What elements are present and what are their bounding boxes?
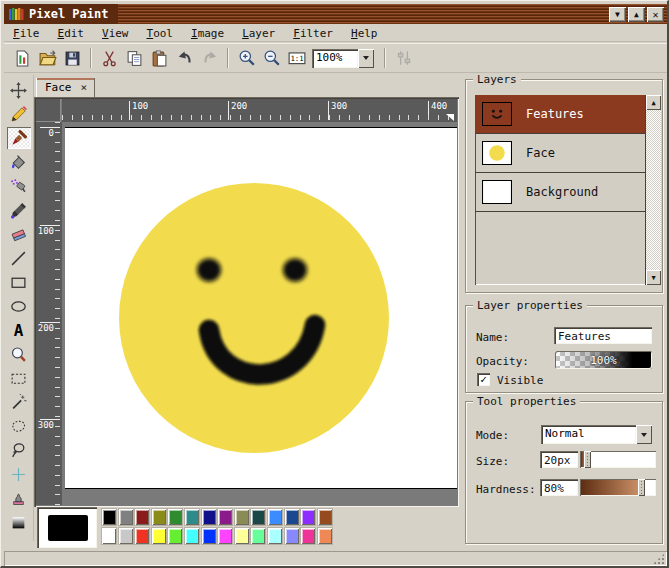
line-tool[interactable] xyxy=(7,247,31,269)
canvas-page[interactable] xyxy=(65,127,457,489)
menu-tool[interactable]: Tool xyxy=(147,27,174,40)
rect-select-tool[interactable] xyxy=(7,367,31,389)
mode-dropdown-button[interactable] xyxy=(636,425,652,444)
hardness-slider-thumb[interactable] xyxy=(638,479,645,496)
actual-size-button[interactable]: 1:1 xyxy=(284,46,309,70)
size-input[interactable] xyxy=(540,451,578,468)
menu-filter[interactable]: Filter xyxy=(293,27,333,40)
eyedropper-tool[interactable] xyxy=(7,199,31,221)
color-swatch[interactable] xyxy=(217,527,233,545)
menu-help[interactable]: Help xyxy=(351,27,378,40)
ellipse-tool[interactable] xyxy=(7,295,31,317)
minimize-button[interactable]: ▼ xyxy=(609,7,626,22)
color-swatch[interactable] xyxy=(250,527,266,545)
airbrush-tool[interactable] xyxy=(7,175,31,197)
color-swatch[interactable] xyxy=(184,527,200,545)
gradient-tool[interactable] xyxy=(7,511,31,533)
menu-edit[interactable]: Edit xyxy=(58,27,85,40)
color-swatch[interactable] xyxy=(234,508,250,526)
mode-combobox[interactable]: Normal xyxy=(541,425,652,444)
menu-view[interactable]: View xyxy=(102,27,129,40)
opacity-slider[interactable]: 100% xyxy=(555,351,652,369)
position-tool[interactable] xyxy=(7,463,31,485)
hardness-slider[interactable] xyxy=(580,479,656,496)
color-swatch[interactable] xyxy=(201,508,217,526)
size-slider-thumb[interactable] xyxy=(584,451,591,468)
title-bar[interactable]: Pixel Paint ▼ ▲ ✕ xyxy=(4,4,667,24)
color-swatch[interactable] xyxy=(184,508,200,526)
tab-close-icon[interactable]: × xyxy=(81,81,88,94)
scroll-up-button[interactable]: ▲ xyxy=(646,95,661,110)
zoom-tool[interactable] xyxy=(7,343,31,365)
menu-layer[interactable]: Layer xyxy=(242,27,275,40)
zoom-value[interactable]: 100% xyxy=(312,49,358,68)
magic-wand-tool[interactable] xyxy=(7,391,31,413)
color-swatch[interactable] xyxy=(167,508,183,526)
current-color-well[interactable] xyxy=(37,507,97,548)
zoom-dropdown-button[interactable] xyxy=(358,49,374,68)
clone-stamp-tool[interactable] xyxy=(7,487,31,509)
tab-face[interactable]: Face × xyxy=(36,78,95,97)
color-swatch[interactable] xyxy=(118,508,134,526)
color-swatch[interactable] xyxy=(151,508,167,526)
color-swatch[interactable] xyxy=(300,527,316,545)
color-swatch[interactable] xyxy=(101,508,117,526)
preferences-button[interactable] xyxy=(391,46,416,70)
layer-name-input[interactable] xyxy=(554,327,652,344)
close-button[interactable]: ✕ xyxy=(647,7,664,22)
color-swatch[interactable] xyxy=(118,527,134,545)
redo-button[interactable] xyxy=(197,46,222,70)
color-swatch[interactable] xyxy=(250,508,266,526)
maximize-button[interactable]: ▲ xyxy=(628,7,645,22)
brush-tool[interactable] xyxy=(7,127,31,149)
hardness-slider-fill xyxy=(581,480,640,495)
visible-checkbox[interactable]: ✓ xyxy=(477,373,490,386)
size-slider[interactable] xyxy=(580,451,656,468)
text-tool[interactable]: A xyxy=(7,319,31,341)
menu-file[interactable]: File xyxy=(13,27,40,40)
rectangle-tool[interactable] xyxy=(7,271,31,293)
move-tool[interactable] xyxy=(7,79,31,101)
hardness-input[interactable] xyxy=(540,479,578,496)
layer-row-background[interactable]: Background xyxy=(475,173,645,212)
fill-tool[interactable] xyxy=(7,151,31,173)
paste-button[interactable] xyxy=(147,46,172,70)
color-swatch[interactable] xyxy=(151,527,167,545)
resize-grip[interactable] xyxy=(653,553,665,564)
eraser-tool[interactable] xyxy=(7,223,31,245)
color-swatch[interactable] xyxy=(167,527,183,545)
free-select-tool[interactable] xyxy=(7,415,31,437)
color-swatch[interactable] xyxy=(284,527,300,545)
color-swatch[interactable] xyxy=(134,508,150,526)
zoom-out-button[interactable] xyxy=(259,46,284,70)
copy-button[interactable] xyxy=(122,46,147,70)
scroll-track[interactable] xyxy=(646,110,661,270)
color-swatch[interactable] xyxy=(134,527,150,545)
color-swatch[interactable] xyxy=(217,508,233,526)
color-swatch[interactable] xyxy=(101,527,117,545)
new-button[interactable] xyxy=(10,46,35,70)
layer-row-features[interactable]: Features xyxy=(475,95,645,134)
color-swatch[interactable] xyxy=(317,527,333,545)
color-swatch[interactable] xyxy=(284,508,300,526)
color-swatch[interactable] xyxy=(300,508,316,526)
color-swatch[interactable] xyxy=(317,508,333,526)
save-button[interactable] xyxy=(60,46,85,70)
zoom-combobox[interactable]: 100% xyxy=(312,49,374,68)
color-swatch[interactable] xyxy=(267,508,283,526)
color-swatch[interactable] xyxy=(267,527,283,545)
opacity-label: Opacity: xyxy=(476,355,529,368)
color-swatch[interactable] xyxy=(234,527,250,545)
layer-row-face[interactable]: Face xyxy=(475,134,645,173)
open-button[interactable] xyxy=(35,46,60,70)
color-swatch[interactable] xyxy=(201,527,217,545)
zoom-in-button[interactable] xyxy=(234,46,259,70)
menu-image[interactable]: Image xyxy=(191,27,224,40)
cut-button[interactable] xyxy=(97,46,122,70)
status-bar xyxy=(4,551,667,566)
scroll-down-button[interactable]: ▼ xyxy=(646,270,661,285)
app-icon xyxy=(8,6,24,22)
undo-button[interactable] xyxy=(172,46,197,70)
lasso-tool[interactable] xyxy=(7,439,31,461)
pencil-tool[interactable] xyxy=(7,103,31,125)
